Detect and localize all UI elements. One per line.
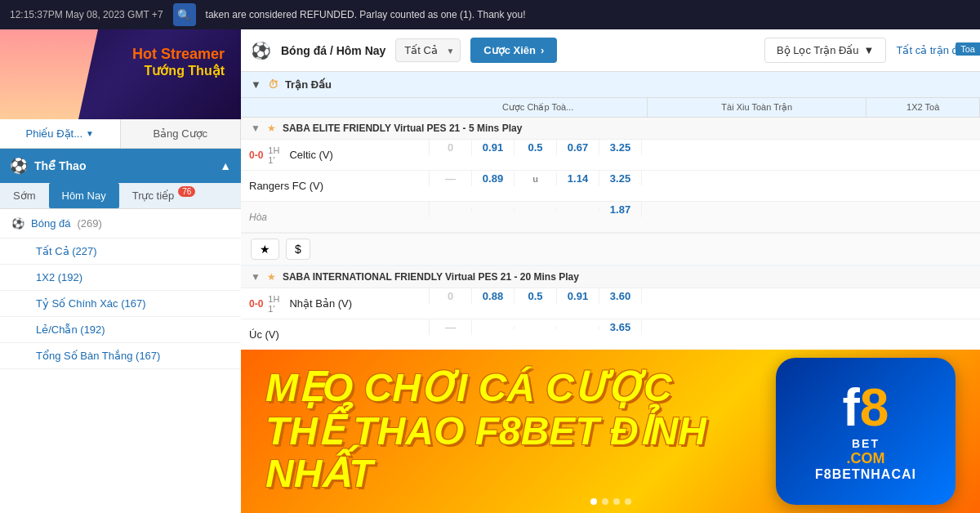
tatca-select[interactable]: Tất Cả [395,38,461,62]
league-name-2: SABA INTERNATIONAL FRIENDLY Virtual PES … [283,271,579,283]
overlay-banner: MẸO CHƠI CÁ CƯỢC THỂ THAO F8BET ĐỈNH NHẤ… [241,350,980,513]
draw-odds[interactable]: 1.87 [599,202,642,217]
match-score-1: 0-0 [249,149,263,161]
draw-cell-2 [472,208,514,212]
search-button[interactable]: 🔍 [173,3,196,26]
odds2-taixiu-o[interactable]: 0.91 [557,288,599,304]
content-sport-icon: ⚽ [251,41,271,60]
favorite-button[interactable]: ★ [251,239,279,260]
overlay-dots [590,498,631,505]
odds-row-team2: — 0.89 u 1.14 3.25 [429,171,980,186]
sub-item-1x2[interactable]: 1X2 (192) [0,265,241,291]
sub-item-tongso[interactable]: Tổng Số Bàn Thắng (167) [0,343,241,369]
team1-name: Celtic (V) [289,145,332,164]
sub-items: Tất Cả (227) 1X2 (192) Tỷ Số Chính Xác (… [0,239,241,369]
bet-button[interactable]: $ [286,239,310,260]
dot-1 [590,498,597,505]
cuoc-xien-button[interactable]: Cược Xiên › [470,38,557,63]
odds-chap-0-2: — [430,171,472,186]
banner-text: Hot Streamer Tướng Thuật [132,46,225,78]
col-cuoc-chap: Cược Chấp Toà... [429,98,648,117]
banner: Hot Streamer Tướng Thuật [0,29,241,119]
league-row-1: ▼ ★ SABA ELITE FRIENDLY Virtual PES 21 -… [241,118,980,140]
filter-dropdown-wrapper[interactable]: Tất Cả ▼ [395,38,461,62]
sports-header: ⚽ Thể Thao ▲ [0,149,241,183]
col-1x2: 1X2 Toà [866,98,980,117]
odds-row-2-team1: 0 0.88 0.5 0.91 3.60 [429,288,980,304]
overlay-line1: MẸO CHƠI CÁ CƯỢC [265,367,776,410]
odds2-chap-0[interactable]: 0 [430,288,472,304]
arrow-right-icon: › [541,44,544,56]
sub-item-tychinhxac[interactable]: Tỷ Số Chính Xác (167) [0,291,241,317]
odds-1x2-t2[interactable]: 3.25 [599,171,642,186]
toggle-icon[interactable]: ▼ [251,78,261,91]
dot-4 [625,498,631,505]
odds2-chap-t1[interactable]: 0.88 [472,288,514,304]
dot-2 [602,498,608,505]
chevron-down-icon: ▼ [864,44,875,56]
breadcrumb: Bóng đá / Hôm Nay [281,44,385,57]
odds-taixiu-u[interactable]: u [514,172,557,185]
tab-hom-nay[interactable]: Hôm Nay [49,183,119,208]
column-headers: Cược Chấp Toà... Tài Xiu Toàn Trận 1X2 T… [241,98,980,118]
match-row-2-team1: 0-0 1H 1' Nhật Bản (V) 0 0.88 0 [241,288,980,319]
match-row-1-draw: Hòa 1.87 [241,202,980,233]
sub-item-tatca[interactable]: Tất Cả (227) [0,239,241,265]
favorite-star-icon-2[interactable]: ★ [267,271,276,283]
odds2-1x2-t2[interactable]: 3.65 [599,319,642,335]
chevron-up-icon: ▲ [220,159,231,172]
live-badge: 76 [178,186,195,197]
odds-chap-0[interactable]: 0 [430,140,472,155]
team1-name-2: Nhật Bản (V) [289,294,352,313]
match-score-2: 0-0 [249,298,263,310]
f8-logo-text: f8 [843,381,889,434]
match-info-1: 0-0 1H 1' Celtic (V) [241,140,429,170]
overlay-line2: THỂ THAO F8BET ĐỈNH NHẤT [265,410,776,497]
f8-logo[interactable]: f8 BET .COM F8BETNHACAI [776,358,956,505]
league-toggle-2[interactable]: ▼ [251,271,261,283]
draw-cell-3 [514,208,557,212]
match-row-1-team1: 0-0 1H 1' Celtic (V) 0 0.91 0.5 [241,140,980,171]
favorite-star-icon[interactable]: ★ [267,123,276,134]
sidebar: Hot Streamer Tướng Thuật Phiếu Đặt... ▼ … [0,29,241,513]
odds2-xiu-empty [557,326,599,329]
team2-name-2: Úc (V) [249,325,421,344]
overlay-text: MẸO CHƠI CÁ CƯỢC THỂ THAO F8BET ĐỈNH NHẤ… [265,367,776,496]
odds-1x2-t1[interactable]: 3.25 [599,140,642,155]
odds-taixiu-v2[interactable]: 1.14 [557,171,599,186]
f8-full-name: F8BETNHACAI [815,467,916,482]
team2-name: Rangers FC (V) [249,176,421,195]
match-info-1-2: Rangers FC (V) [241,171,429,201]
banner-line2: Tướng Thuật [132,63,225,78]
match-block-1: ▼ ★ SABA ELITE FRIENDLY Virtual PES 21 -… [241,118,980,265]
odds-row-team1: 0 0.91 0.5 0.67 3.25 [429,140,980,155]
tab-som[interactable]: Sớm [0,183,49,208]
odds2-empty: — [430,319,472,335]
top-bar: 12:15:37PM May 08, 2023 GMT +7 🔍 taken a… [0,0,980,29]
datetime: 12:15:37PM May 08, 2023 GMT +7 [10,9,163,20]
tab-bang-cuoc[interactable]: Bảng Cược [121,119,242,148]
bo-loc-button[interactable]: Bộ Lọc Trận Đấu ▼ [764,38,887,63]
sub-item-lechan[interactable]: Lẻ/Chẵn (192) [0,317,241,343]
match-draw-info: Hòa [241,202,429,232]
timer-icon: ⏱ [268,78,278,91]
toa-badge: Toa [956,42,980,56]
sports-ball-icon: ⚽ [10,157,28,175]
sport-item-bongda[interactable]: ⚽ Bóng đá (269) [0,209,241,239]
odds2-1x2-t1[interactable]: 3.60 [599,288,642,304]
time-tabs: Sớm Hôm Nay Trực tiếp 76 [0,183,241,209]
odds-chap-t2[interactable]: 0.89 [472,171,514,186]
odds-chap-t1[interactable]: 0.91 [472,140,514,155]
odds-taixiu[interactable]: 0.5 [514,140,557,155]
dot-3 [613,498,620,505]
col-tai-xiu: Tài Xiu Toàn Trận [648,98,866,117]
league-name-1: SABA ELITE FRIENDLY Virtual PES 21 - 5 M… [283,123,522,134]
odds-taixiu-o[interactable]: 0.67 [557,140,599,155]
banner-line1: Hot Streamer [132,46,225,63]
league-toggle-1[interactable]: ▼ [251,123,261,134]
tab-phieu-dat[interactable]: Phiếu Đặt... ▼ [0,119,121,148]
odds2-taixiu[interactable]: 0.5 [514,288,557,304]
match-info-2-2: Úc (V) [241,319,429,350]
league-row-2: ▼ ★ SABA INTERNATIONAL FRIENDLY Virtual … [241,266,980,288]
tab-truc-tiep[interactable]: Trực tiếp 76 [119,183,198,208]
